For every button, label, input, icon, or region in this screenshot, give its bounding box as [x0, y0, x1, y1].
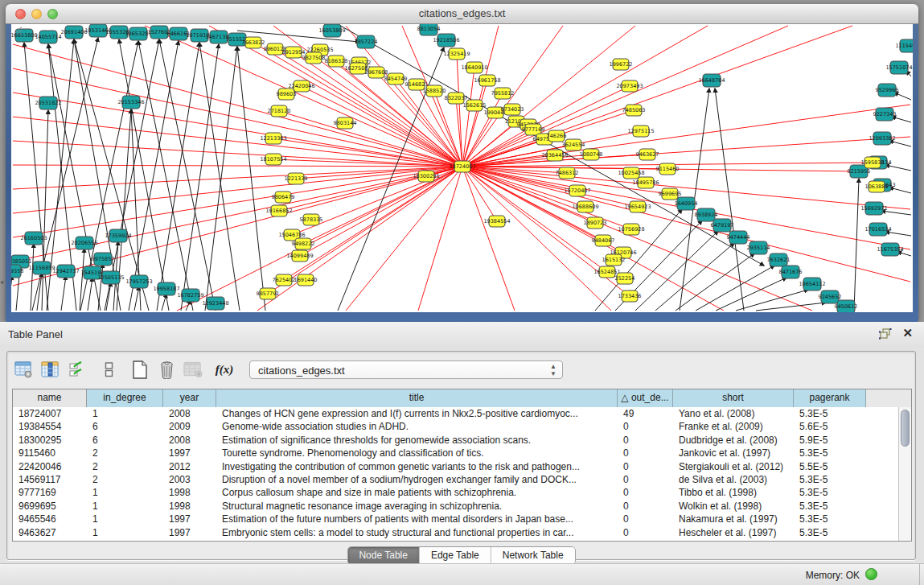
graph-node[interactable]: 7486312 — [556, 167, 579, 179]
graph-node[interactable]: 11675354 — [877, 243, 903, 256]
table-cell[interactable]: Nakamura et al. (1997) — [673, 513, 794, 525]
graph-node[interactable]: 7955812 — [491, 88, 515, 99]
graph-node[interactable]: 16782759 — [177, 289, 203, 302]
black-edge[interactable] — [716, 278, 786, 311]
table-cell[interactable]: 0 — [618, 420, 673, 433]
network-canvas[interactable]: 1665380014055714206914061853146010553287… — [11, 24, 913, 312]
table-cell[interactable]: 0 — [618, 486, 673, 499]
black-edge[interactable] — [88, 278, 92, 311]
graph-node[interactable]: 14099489 — [286, 250, 313, 262]
black-edge[interactable] — [157, 43, 199, 311]
table-cell[interactable]: 1 — [87, 513, 163, 525]
table-cell[interactable]: 0 — [618, 434, 673, 447]
graph-node[interactable]: 17016534 — [864, 223, 891, 236]
table-cell[interactable]: 49 — [618, 407, 673, 420]
graph-node[interactable]: 9806479 — [272, 192, 295, 203]
black-edge[interactable] — [162, 294, 166, 311]
table-cell[interactable]: Stergiakouli et al. (2012) — [673, 460, 794, 473]
graph-node[interactable]: 9115460 — [656, 163, 680, 175]
red-edge[interactable] — [13, 167, 462, 189]
column-header-out_de[interactable]: △ out_de... — [618, 389, 673, 407]
table-cell[interactable]: Hescheler et al. (1997) — [673, 526, 794, 539]
table-cell[interactable]: 9463627 — [13, 526, 87, 539]
graph-node[interactable]: 19384554 — [483, 216, 510, 227]
table-row[interactable]: 1872400712008Changes of HCN gene express… — [13, 407, 898, 420]
table-cell[interactable]: 1 — [87, 526, 163, 539]
graph-node[interactable]: 12942737 — [52, 265, 79, 278]
graph-node[interactable]: 1733436 — [618, 290, 642, 302]
table-vertical-scrollbar[interactable] — [898, 407, 911, 541]
table-cell[interactable]: 0 — [618, 500, 673, 513]
table-cell[interactable]: 5.3E-5 — [794, 513, 866, 525]
table-cell[interactable]: 18300295 — [13, 434, 87, 447]
graph-node[interactable]: 12325419 — [443, 48, 470, 60]
table-cell[interactable]: Yano et al. (2008) — [673, 407, 794, 420]
graph-node[interactable]: 1996722 — [610, 59, 633, 70]
red-edge[interactable] — [279, 111, 462, 167]
table-cell[interactable]: 1998 — [163, 486, 216, 499]
table-cell[interactable]: Changes of HCN gene expression and I(f) … — [216, 407, 618, 420]
table-cell[interactable]: 5.3E-5 — [794, 526, 866, 539]
window-resize-grip[interactable] — [11, 24, 23, 35]
black-edge[interactable] — [106, 282, 111, 311]
table-cell[interactable]: 5.5E-5 — [794, 460, 866, 473]
delete-table-icon[interactable] — [183, 360, 203, 379]
column-header-short[interactable]: short — [673, 389, 794, 407]
graph-node[interactable]: 16648784 — [698, 74, 725, 87]
graph-node[interactable]: 12975115 — [627, 126, 654, 137]
table-row[interactable]: 1938455462009Genome-wide association stu… — [13, 420, 898, 433]
red-edge[interactable] — [300, 167, 462, 256]
table-cell[interactable]: 22420046 — [13, 460, 87, 473]
black-edge[interactable] — [715, 89, 744, 311]
graph-node[interactable]: 1562615 — [463, 100, 487, 111]
black-edge[interactable] — [237, 47, 265, 311]
memory-status-indicator[interactable] — [865, 568, 877, 580]
scrollbar-thumb[interactable] — [901, 410, 910, 447]
table-cell[interactable]: 5.9E-5 — [794, 434, 866, 447]
table-cell[interactable]: Jankovic et al. (1997) — [673, 447, 794, 459]
table-cell[interactable]: 2012 — [163, 460, 216, 473]
red-edge[interactable] — [346, 167, 462, 311]
window-titlebar[interactable]: citations_edges.txt — [6, 4, 918, 24]
graph-node[interactable]: 3624554 — [562, 139, 585, 150]
table-cell[interactable]: 1998 — [163, 500, 216, 513]
table-cell[interactable]: 2003 — [163, 473, 216, 486]
red-edge[interactable] — [462, 167, 812, 311]
table-cell[interactable]: 5.3E-5 — [794, 447, 866, 459]
graph-node[interactable]: 10756928 — [618, 224, 644, 235]
tab-network-table[interactable]: Network Table — [491, 547, 575, 564]
column-header-year[interactable]: year — [163, 389, 216, 407]
black-edge[interactable] — [756, 303, 826, 311]
table-cell[interactable]: 2 — [87, 460, 163, 473]
function-builder-icon[interactable]: f(x) — [215, 360, 234, 379]
black-edge[interactable] — [181, 44, 219, 311]
table-cell[interactable]: 1 — [87, 500, 163, 513]
table-row[interactable]: 946362711997Embryonic stem cells: a mode… — [13, 526, 898, 539]
graph-node[interactable]: 1221339 — [285, 173, 308, 184]
graph-node[interactable]: 9474444 — [727, 231, 750, 244]
collapse-panel-arrow-icon[interactable]: ◂ — [0, 278, 3, 286]
table-row[interactable]: 1456911722003Disruption of a novel membe… — [13, 473, 898, 486]
graph-node[interactable]: 9529966 — [876, 84, 899, 97]
graph-node[interactable]: 989603 — [277, 89, 297, 100]
table-cell[interactable]: 2008 — [163, 407, 216, 420]
graph-node[interactable]: 9498222 — [292, 238, 315, 249]
red-edge[interactable] — [462, 80, 487, 167]
graph-node[interactable]: 20691406 — [60, 26, 87, 39]
column-header-pagerank[interactable]: pagerank — [794, 389, 866, 407]
table-cell[interactable]: Embryonic stem cells: a model to study s… — [216, 526, 618, 539]
table-cell[interactable]: 2 — [87, 447, 163, 459]
table-cell[interactable]: 0 — [618, 526, 673, 539]
graph-node[interactable]: 7625402 — [273, 274, 296, 286]
table-cell[interactable]: Tourette syndrome. Phenomenology and cla… — [216, 447, 618, 459]
graph-node[interactable]: 5878335 — [300, 214, 323, 225]
graph-node[interactable]: 10654112 — [799, 278, 825, 290]
table-cell[interactable]: Genome-wide association studies in ADHD. — [216, 420, 618, 433]
red-edge[interactable] — [13, 93, 462, 167]
red-edge[interactable] — [13, 165, 462, 167]
graph-node[interactable]: 10688609 — [572, 201, 598, 212]
graph-node[interactable]: 7632621 — [767, 253, 791, 266]
close-panel-icon[interactable]: ✕ — [902, 326, 913, 340]
table-cell[interactable]: 9699695 — [13, 500, 87, 513]
column-header-in_degree[interactable]: in_degree — [87, 389, 163, 407]
